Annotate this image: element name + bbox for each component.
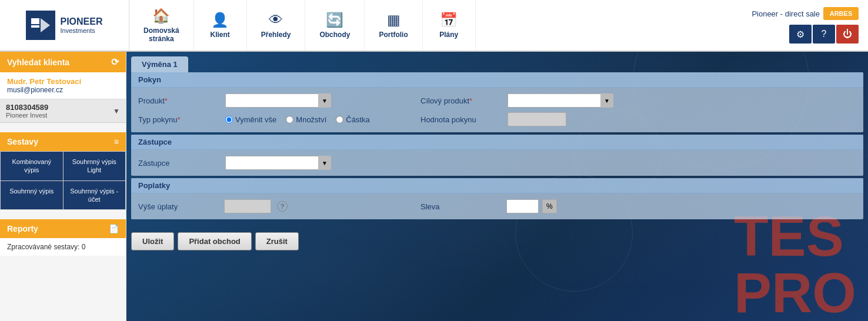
client-info: Mudr. Petr Testovací musil@pioneer.cz [0, 72, 126, 99]
nav-item-portfolio[interactable]: ▦ Portfolio [365, 0, 422, 51]
radio-castka-input[interactable] [336, 116, 343, 123]
search-client-header: Vyhledat klienta ⟳ [0, 52, 126, 72]
radio-group-typ-pokynu: Vyměnit vše Množství Částka [225, 115, 370, 124]
logo-text: PIONEER Investments [60, 16, 102, 35]
reporty-icon: 📄 [109, 224, 119, 233]
action-buttons: Uložit Přidat obchod Zrušit [126, 226, 868, 256]
client-name: Mudr. Petr Testovací [7, 77, 119, 86]
section-pokyn-body: Produkt* ▼ Cílový produkt* [131, 88, 863, 132]
icon-buttons: ⚙ ? ⏻ [784, 22, 863, 46]
cilovy-produkt-select-wrapper: ▼ [508, 93, 613, 108]
radio-mnozstvi[interactable]: Množství [286, 115, 326, 124]
tab-vymena1[interactable]: Výměna 1 [131, 56, 188, 72]
sestavy-header: Sestavy ≡ [0, 132, 126, 151]
account-name: Pioneer Invest [6, 112, 48, 119]
sestavy-item-souhrnny[interactable]: Souhrnný výpis [1, 181, 63, 210]
nav-item-client[interactable]: 👤 Klient [194, 0, 247, 51]
produkt-select[interactable] [225, 93, 331, 108]
portfolio-icon: ▦ [387, 12, 400, 28]
logo-line1: PIONEER [60, 16, 102, 27]
obchody-icon: 🔄 [326, 12, 343, 28]
nav-label-plans: Plány [439, 31, 458, 39]
cilovy-produkt-select[interactable] [508, 93, 613, 108]
section-poplatky: Poplatky Výše úplaty ? Sleva % [131, 178, 863, 219]
hodnota-pokynu-input[interactable] [508, 112, 566, 126]
radio-vymetit-vse-input[interactable] [225, 116, 233, 123]
section-poplatky-body: Výše úplaty ? Sleva % [131, 193, 863, 219]
vyse-uplaty-label: Výše úplaty [138, 202, 221, 211]
produkt-required: * [165, 96, 168, 105]
section-pokyn-header: Pokyn [131, 72, 863, 88]
sestavy-grid: Kombinovaný výpis Souhrnný výpis Light S… [0, 151, 126, 210]
typ-pokynu-required: * [178, 115, 181, 124]
help-button[interactable]: ? [813, 25, 835, 44]
nav-item-plans[interactable]: 📅 Plány [423, 0, 476, 51]
sestavy-item-souhrnny-light[interactable]: Souhrnný výpis Light [64, 152, 126, 180]
percent-badge: % [542, 199, 557, 213]
zastupce-label: Zástupce [138, 159, 221, 168]
section-poplatky-header: Poplatky [131, 178, 863, 193]
logo-line2: Investments [60, 27, 102, 35]
sleva-input[interactable] [506, 199, 539, 213]
sestavy-item-souhrnny-ucet[interactable]: Souhrnný výpis - účet [64, 181, 126, 210]
svg-rect-1 [31, 18, 39, 24]
save-button[interactable]: Uložit [131, 232, 174, 250]
form-container: Pokyn Produkt* ▼ [126, 72, 868, 226]
nav-item-obchody[interactable]: 🔄 Obchody [305, 0, 365, 51]
cilovy-produkt-label: Cílový produkt* [420, 96, 503, 105]
nav-label-obchody: Obchody [319, 31, 350, 39]
search-refresh-icon[interactable]: ⟳ [111, 56, 119, 68]
sestavy-menu-icon: ≡ [114, 137, 119, 146]
nav-label-portfolio: Portfolio [379, 31, 408, 39]
produkt-select-wrapper: ▼ [225, 93, 331, 108]
client-email: musil@pioneer.cz [7, 86, 119, 94]
nav-label-home: Domovskástránka [143, 26, 179, 43]
client-account[interactable]: 8108304589 Pioneer Invest ▼ [0, 99, 126, 123]
cancel-button[interactable]: Zrušit [255, 232, 299, 250]
zpracovane-sestavy: Zpracovávané sestavy: 0 [7, 243, 85, 251]
svg-rect-2 [31, 25, 39, 28]
logo-box: PIONEER Investments [26, 11, 102, 40]
content-area: TESPRO Výměna 1 Pokyn Produkt* [126, 52, 868, 321]
sestavy-item-kombinovany[interactable]: Kombinovaný výpis [1, 152, 63, 180]
top-right: Pioneer - direct sale ARBES ⚙ ? ⏻ [747, 0, 868, 51]
nav-item-prehled[interactable]: 👁 Přehledy [247, 0, 306, 51]
radio-mnozstvi-input[interactable] [286, 116, 293, 123]
sleva-label: Sleva [420, 202, 503, 211]
account-details: 8108304589 Pioneer Invest [6, 103, 48, 119]
vyse-uplaty-help-icon[interactable]: ? [277, 201, 288, 212]
arbes-logo: ARBES [823, 7, 859, 20]
account-number: 8108304589 [6, 103, 48, 112]
reporty-header: Reporty 📄 [0, 219, 126, 238]
nav-label-prehled: Přehledy [261, 31, 291, 39]
client-icon: 👤 [211, 12, 229, 28]
tab-bar: Výměna 1 [126, 52, 868, 72]
home-icon: 🏠 [152, 8, 170, 24]
add-trade-button[interactable]: Přidat obchod [178, 232, 251, 250]
settings-button[interactable]: ⚙ [789, 25, 812, 44]
cilovy-produkt-required: * [469, 96, 472, 105]
zastupce-select[interactable] [225, 156, 331, 170]
typ-pokynu-label: Typ pokynu* [138, 115, 221, 124]
section-zastupce: Zástupce Zástupce ▼ [131, 135, 863, 176]
logo-area: PIONEER Investments [0, 0, 129, 51]
prehled-icon: 👁 [269, 12, 283, 28]
plans-icon: 📅 [440, 12, 458, 28]
hodnota-pokynu-label: Hodnota pokynu [420, 115, 503, 124]
top-navigation: PIONEER Investments 🏠 Domovskástránka 👤 … [0, 0, 868, 52]
main-layout: Vyhledat klienta ⟳ Mudr. Petr Testovací … [0, 52, 868, 321]
produkt-label: Produkt* [138, 96, 221, 105]
sestavy-label: Sestavy [7, 137, 38, 146]
reporty-label: Reporty [7, 224, 38, 233]
radio-vymetit-vse[interactable]: Vyměnit vše [225, 115, 276, 124]
sidebar: Vyhledat klienta ⟳ Mudr. Petr Testovací … [0, 52, 126, 321]
section-zastupce-header: Zástupce [131, 135, 863, 150]
vyse-uplaty-input[interactable] [224, 199, 271, 213]
radio-castka[interactable]: Částka [336, 115, 369, 124]
power-button[interactable]: ⏻ [836, 25, 859, 44]
pioneer-direct-label: Pioneer - direct sale ARBES [747, 5, 863, 22]
nav-item-home[interactable]: 🏠 Domovskástránka [129, 0, 194, 51]
account-dropdown-arrow[interactable]: ▼ [113, 107, 120, 115]
zastupce-select-wrapper: ▼ [225, 156, 331, 170]
section-pokyn: Pokyn Produkt* ▼ [131, 72, 863, 132]
